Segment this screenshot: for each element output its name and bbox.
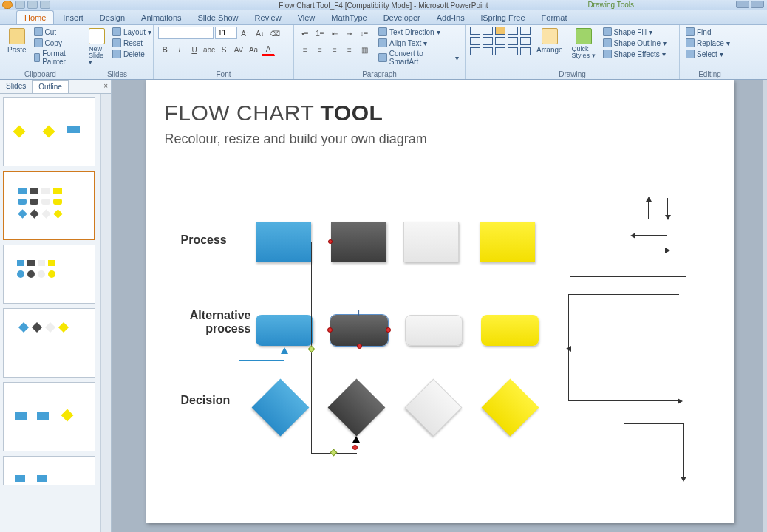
shape-rect-icon[interactable] bbox=[495, 27, 505, 35]
paste-button[interactable]: Paste bbox=[4, 27, 30, 55]
shape-process-dark[interactable] bbox=[331, 222, 386, 262]
sample-arrow-right[interactable] bbox=[633, 250, 667, 250]
grow-font-button[interactable]: A↑ bbox=[239, 27, 252, 40]
sample-bracket-2ht[interactable] bbox=[568, 294, 679, 295]
tab-home[interactable]: Home bbox=[16, 10, 54, 24]
numbering-button[interactable]: 1≡ bbox=[313, 27, 327, 40]
maximize-button[interactable] bbox=[751, 1, 764, 8]
thumb-6[interactable] bbox=[3, 456, 95, 485]
shrink-font-button[interactable]: A↓ bbox=[253, 27, 267, 40]
tab-ispring[interactable]: iSpring Free bbox=[474, 11, 533, 24]
italic-button[interactable]: I bbox=[173, 43, 186, 56]
find-button[interactable]: Find bbox=[684, 27, 732, 37]
shape-oval-icon[interactable] bbox=[508, 27, 518, 35]
increase-indent-button[interactable]: ⇥ bbox=[343, 27, 356, 40]
thumb-5[interactable] bbox=[3, 382, 95, 451]
justify-button[interactable]: ≡ bbox=[343, 43, 356, 56]
canvas-scrollbar[interactable] bbox=[763, 80, 767, 532]
columns-button[interactable]: ▥ bbox=[358, 43, 371, 56]
slide-subtitle[interactable]: Recolour, resize and build your own diag… bbox=[165, 132, 427, 147]
connector-v-blue[interactable] bbox=[239, 242, 239, 360]
tab-design[interactable]: Design bbox=[92, 11, 132, 24]
thumb-1[interactable] bbox=[3, 97, 95, 166]
shape-process-blue[interactable] bbox=[256, 222, 311, 262]
canvas-area[interactable]: FLOW CHART TOOL Recolour, resize and bui… bbox=[112, 80, 767, 532]
sample-bracket-3v[interactable] bbox=[683, 423, 684, 479]
align-left-button[interactable]: ≡ bbox=[299, 43, 312, 56]
tab-format[interactable]: Format bbox=[534, 11, 575, 24]
shape-process-light[interactable] bbox=[403, 222, 459, 262]
connector-adjust-handle-2[interactable] bbox=[330, 449, 337, 457]
tab-insert[interactable]: Insert bbox=[55, 11, 91, 24]
strike-button[interactable]: abc bbox=[202, 43, 216, 56]
format-painter-button[interactable]: Format Painter bbox=[33, 49, 76, 66]
tab-view[interactable]: View bbox=[290, 11, 323, 24]
label-process[interactable]: Process bbox=[181, 233, 227, 247]
change-case-button[interactable]: Aa bbox=[247, 43, 260, 56]
cut-button[interactable]: Cut bbox=[33, 27, 76, 37]
label-altprocess[interactable]: Alternative process bbox=[181, 309, 251, 335]
clear-format-button[interactable]: ⌫ bbox=[268, 27, 282, 40]
sample-bracket-1h[interactable] bbox=[570, 276, 686, 277]
connector-h-blue-top[interactable] bbox=[239, 242, 256, 242]
qat-save-icon[interactable] bbox=[15, 1, 25, 9]
align-text-button[interactable]: Align Text ▾ bbox=[377, 38, 460, 48]
slide-title[interactable]: FLOW CHART TOOL bbox=[165, 100, 384, 126]
shape-effects-button[interactable]: Shape Effects ▾ bbox=[601, 49, 668, 59]
shape-process-yellow[interactable] bbox=[480, 222, 535, 262]
bold-button[interactable]: B bbox=[158, 43, 171, 56]
tab-animations[interactable]: Animations bbox=[134, 11, 188, 24]
font-name-input[interactable] bbox=[158, 27, 214, 39]
quick-styles-button[interactable]: QuickStyles ▾ bbox=[569, 27, 599, 61]
bullets-button[interactable]: •≡ bbox=[299, 27, 312, 40]
panel-close-button[interactable]: × bbox=[103, 82, 108, 90]
shapes-gallery[interactable] bbox=[470, 27, 531, 55]
shadow-button[interactable]: S bbox=[217, 43, 231, 56]
shape-decision-blue[interactable] bbox=[251, 379, 309, 437]
font-color-button[interactable]: A bbox=[262, 43, 275, 56]
panel-tab-slides[interactable]: Slides bbox=[0, 80, 32, 93]
char-spacing-button[interactable]: AV bbox=[232, 43, 245, 56]
connector-start-handle[interactable] bbox=[328, 239, 333, 244]
shape-round-icon[interactable] bbox=[520, 27, 531, 35]
arrange-button[interactable]: Arrange bbox=[534, 27, 566, 55]
line-spacing-button[interactable]: ↕≡ bbox=[358, 27, 371, 40]
tab-developer[interactable]: Developer bbox=[376, 11, 428, 24]
connector-adjust-handle[interactable] bbox=[307, 346, 315, 353]
shape-decision-light[interactable] bbox=[404, 379, 462, 437]
sample-bracket-3h[interactable] bbox=[624, 423, 684, 424]
shape-altprocess-blue[interactable] bbox=[256, 315, 313, 346]
align-right-button[interactable]: ≡ bbox=[328, 43, 341, 56]
delete-button[interactable]: Delete bbox=[111, 49, 153, 59]
shape-outline-button[interactable]: Shape Outline ▾ bbox=[601, 38, 668, 48]
tab-review[interactable]: Review bbox=[248, 11, 289, 24]
shape-altprocess-yellow[interactable] bbox=[481, 315, 539, 346]
select-button[interactable]: Select ▾ bbox=[684, 49, 732, 59]
slide-canvas[interactable]: FLOW CHART TOOL Recolour, resize and bui… bbox=[146, 80, 734, 523]
layout-button[interactable]: Layout ▾ bbox=[111, 27, 153, 37]
new-slide-button[interactable]: NewSlide ▾ bbox=[86, 27, 108, 67]
shape-arrow-icon[interactable] bbox=[483, 27, 493, 35]
decrease-indent-button[interactable]: ⇤ bbox=[328, 27, 341, 40]
thumb-4[interactable] bbox=[3, 308, 95, 378]
underline-button[interactable]: U bbox=[188, 43, 201, 56]
shape-fill-button[interactable]: Shape Fill ▾ bbox=[601, 27, 668, 37]
tab-slideshow[interactable]: Slide Show bbox=[191, 11, 246, 24]
tab-addins[interactable]: Add-Ins bbox=[429, 11, 472, 24]
shape-altprocess-light[interactable] bbox=[405, 315, 463, 346]
qat-undo-icon[interactable] bbox=[27, 1, 38, 9]
shape-altprocess-dark[interactable] bbox=[330, 315, 388, 346]
thumb-2[interactable] bbox=[3, 171, 95, 240]
copy-button[interactable]: Copy bbox=[33, 38, 76, 48]
shape-line-icon[interactable] bbox=[470, 27, 480, 35]
shape-decision-dark[interactable] bbox=[327, 379, 385, 437]
office-button[interactable] bbox=[2, 1, 13, 9]
tab-mathtype[interactable]: MathType bbox=[324, 11, 374, 24]
thumbs-scrollbar[interactable] bbox=[100, 94, 111, 532]
shape-decision-yellow[interactable] bbox=[481, 379, 539, 437]
thumb-3[interactable] bbox=[3, 245, 95, 304]
sample-bracket-1v[interactable] bbox=[686, 207, 686, 277]
connector-endpoint-handle[interactable] bbox=[352, 445, 358, 450]
sample-arrow-left[interactable] bbox=[633, 235, 667, 236]
text-direction-button[interactable]: Text Direction ▾ bbox=[377, 27, 460, 37]
